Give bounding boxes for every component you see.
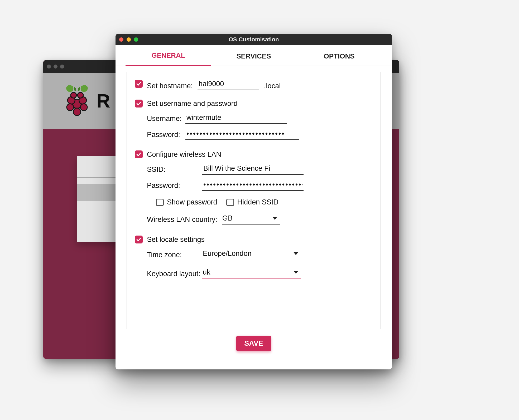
keyboard-layout-value: uk bbox=[203, 268, 210, 276]
window-close-icon[interactable] bbox=[119, 37, 123, 42]
show-password-checkbox[interactable] bbox=[156, 199, 164, 206]
raspberry-pi-logo-icon bbox=[62, 84, 92, 118]
keyboard-layout-select[interactable]: uk bbox=[202, 268, 301, 279]
general-form: Set hostname: .local Set username and pa… bbox=[127, 72, 381, 329]
show-password-checkbox-row: Show password bbox=[156, 198, 217, 206]
wifi-country-value: GB bbox=[222, 214, 233, 222]
tab-general[interactable]: GENERAL bbox=[126, 51, 211, 66]
set-hostname-checkbox[interactable] bbox=[135, 80, 143, 88]
os-customisation-window: OS Customisation GENERAL SERVICES OPTION… bbox=[116, 34, 392, 369]
bg-traffic-max-icon bbox=[60, 65, 64, 69]
chevron-down-icon bbox=[294, 252, 298, 255]
window-minimise-icon[interactable] bbox=[127, 37, 131, 42]
hostname-input[interactable] bbox=[198, 80, 259, 90]
bg-traffic-close-icon bbox=[47, 65, 51, 69]
set-userpass-label: Set username and password bbox=[147, 100, 238, 108]
timezone-row: Time zone: Europe/London bbox=[147, 250, 373, 260]
userpass-password-row: Password: bbox=[147, 130, 373, 140]
svg-point-7 bbox=[78, 92, 83, 98]
hostname-suffix: .local bbox=[264, 82, 281, 90]
keyboard-row: Keyboard layout: uk bbox=[147, 268, 373, 279]
username-input[interactable] bbox=[185, 114, 287, 124]
set-userpass-section: Set username and password bbox=[135, 100, 373, 108]
ssid-label: SSID: bbox=[147, 165, 202, 174]
hidden-ssid-checkbox-row: Hidden SSID bbox=[226, 198, 278, 206]
fg-traffic-lights bbox=[119, 37, 138, 42]
set-locale-section: Set locale settings bbox=[135, 236, 373, 244]
bg-traffic-lights bbox=[47, 65, 64, 69]
timezone-value: Europe/London bbox=[203, 250, 252, 258]
ssid-input[interactable] bbox=[202, 164, 304, 175]
userpass-password-label: Password: bbox=[147, 131, 185, 139]
configure-wifi-checkbox[interactable] bbox=[135, 150, 143, 158]
userpass-password-input[interactable] bbox=[185, 130, 299, 140]
show-password-label: Show password bbox=[167, 198, 217, 206]
tabs: GENERAL SERVICES OPTIONS bbox=[116, 45, 392, 66]
window-zoom-icon[interactable] bbox=[134, 37, 138, 42]
wifi-country-select[interactable]: GB bbox=[222, 214, 280, 225]
tab-options[interactable]: OPTIONS bbox=[296, 52, 382, 66]
window-title: OS Customisation bbox=[229, 36, 279, 43]
hidden-ssid-checkbox[interactable] bbox=[226, 199, 234, 206]
set-userpass-checkbox[interactable] bbox=[135, 100, 143, 108]
set-hostname-section: Set hostname: .local bbox=[135, 80, 373, 90]
svg-point-6 bbox=[71, 92, 76, 98]
set-hostname-label: Set hostname: bbox=[147, 82, 193, 90]
wifi-password-label: Password: bbox=[147, 182, 202, 190]
chevron-down-icon bbox=[294, 271, 298, 274]
bg-traffic-min-icon bbox=[54, 65, 57, 69]
configure-wifi-label: Configure wireless LAN bbox=[147, 150, 221, 159]
set-locale-label: Set locale settings bbox=[147, 236, 205, 244]
timezone-label: Time zone: bbox=[147, 251, 202, 259]
timezone-select[interactable]: Europe/London bbox=[202, 250, 301, 260]
set-locale-checkbox[interactable] bbox=[135, 236, 143, 243]
keyboard-label: Keyboard layout: bbox=[147, 270, 202, 278]
save-button[interactable]: SAVE bbox=[236, 336, 271, 351]
wifi-country-label: Wireless LAN country: bbox=[147, 216, 222, 224]
svg-point-4 bbox=[80, 104, 87, 110]
username-label: Username: bbox=[147, 115, 185, 123]
hidden-ssid-label: Hidden SSID bbox=[237, 198, 278, 206]
username-row: Username: bbox=[147, 114, 373, 124]
wifi-password-row: Password: bbox=[147, 180, 373, 191]
svg-point-3 bbox=[67, 104, 74, 110]
ssid-row: SSID: bbox=[147, 164, 373, 175]
bg-brand-text: R bbox=[97, 90, 110, 112]
svg-point-5 bbox=[73, 108, 81, 115]
wifi-password-input[interactable] bbox=[202, 180, 304, 191]
tab-services[interactable]: SERVICES bbox=[211, 52, 296, 66]
chevron-down-icon bbox=[272, 217, 277, 220]
fg-titlebar[interactable]: OS Customisation bbox=[116, 34, 392, 45]
configure-wifi-section: Configure wireless LAN bbox=[135, 150, 373, 159]
